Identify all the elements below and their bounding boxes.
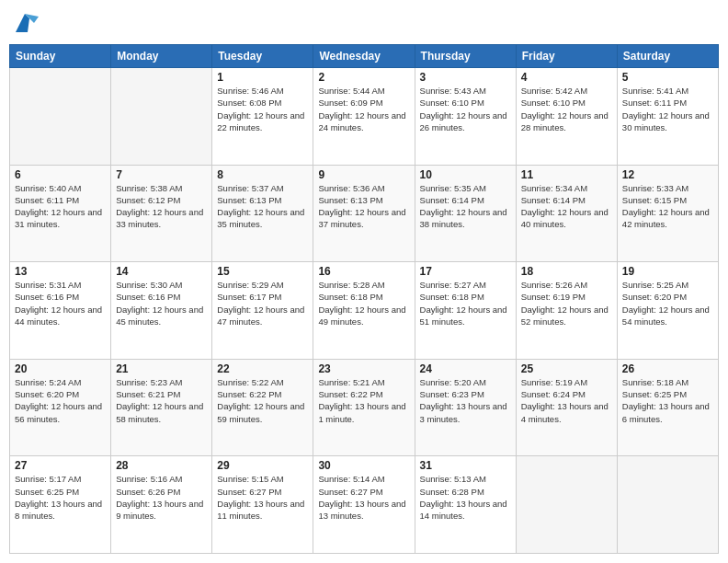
calendar-cell: 25Sunrise: 5:19 AM Sunset: 6:24 PM Dayli… [516,359,617,456]
calendar-cell: 14Sunrise: 5:30 AM Sunset: 6:16 PM Dayli… [111,262,212,360]
calendar-cell: 8Sunrise: 5:37 AM Sunset: 6:13 PM Daylig… [212,165,313,262]
day-info: Sunrise: 5:30 AM Sunset: 6:16 PM Dayligh… [116,279,207,327]
day-info: Sunrise: 5:19 AM Sunset: 6:24 PM Dayligh… [521,376,612,425]
calendar-cell: 4Sunrise: 5:42 AM Sunset: 6:10 PM Daylig… [516,68,617,166]
day-info: Sunrise: 5:37 AM Sunset: 6:13 PM Dayligh… [217,182,308,231]
calendar-header-row: SundayMondayTuesdayWednesdayThursdayFrid… [10,45,719,68]
calendar-cell [516,456,617,554]
calendar-cell: 26Sunrise: 5:18 AM Sunset: 6:25 PM Dayli… [617,359,718,456]
day-info: Sunrise: 5:23 AM Sunset: 6:21 PM Dayligh… [116,376,207,425]
calendar-row: 27Sunrise: 5:17 AM Sunset: 6:25 PM Dayli… [10,456,719,554]
weekday-header: Monday [111,45,212,68]
day-info: Sunrise: 5:13 AM Sunset: 6:28 PM Dayligh… [420,473,511,522]
calendar-row: 20Sunrise: 5:24 AM Sunset: 6:20 PM Dayli… [10,359,719,456]
day-info: Sunrise: 5:16 AM Sunset: 6:26 PM Dayligh… [116,473,207,522]
calendar-cell: 5Sunrise: 5:41 AM Sunset: 6:11 PM Daylig… [617,68,718,166]
day-info: Sunrise: 5:35 AM Sunset: 6:14 PM Dayligh… [420,182,511,231]
day-number: 8 [217,168,308,181]
logo-icon [11,9,39,37]
page: SundayMondayTuesdayWednesdayThursdayFrid… [0,0,728,563]
day-info: Sunrise: 5:24 AM Sunset: 6:20 PM Dayligh… [15,376,106,425]
calendar-cell: 10Sunrise: 5:35 AM Sunset: 6:14 PM Dayli… [415,165,516,262]
calendar-cell: 7Sunrise: 5:38 AM Sunset: 6:12 PM Daylig… [111,165,212,262]
calendar-cell: 17Sunrise: 5:27 AM Sunset: 6:18 PM Dayli… [415,262,516,360]
calendar-table: SundayMondayTuesdayWednesdayThursdayFrid… [9,44,719,554]
day-number: 27 [15,459,106,472]
calendar-cell: 12Sunrise: 5:33 AM Sunset: 6:15 PM Dayli… [617,165,718,262]
weekday-header: Tuesday [212,45,313,68]
day-number: 14 [116,265,207,278]
day-number: 7 [116,168,207,181]
calendar-cell: 6Sunrise: 5:40 AM Sunset: 6:11 PM Daylig… [10,165,111,262]
day-number: 11 [521,168,612,181]
day-number: 22 [217,362,308,375]
day-info: Sunrise: 5:33 AM Sunset: 6:15 PM Dayligh… [622,182,713,231]
day-number: 20 [15,362,106,375]
day-number: 10 [420,168,511,181]
day-number: 12 [622,168,713,181]
calendar-cell: 27Sunrise: 5:17 AM Sunset: 6:25 PM Dayli… [10,456,111,554]
day-number: 23 [318,362,409,375]
day-number: 6 [15,168,106,181]
weekday-header: Wednesday [313,45,415,68]
calendar-row: 6Sunrise: 5:40 AM Sunset: 6:11 PM Daylig… [10,165,719,262]
day-info: Sunrise: 5:17 AM Sunset: 6:25 PM Dayligh… [15,473,106,522]
calendar-cell: 23Sunrise: 5:21 AM Sunset: 6:22 PM Dayli… [313,359,415,456]
calendar-cell [111,68,212,166]
calendar-cell: 9Sunrise: 5:36 AM Sunset: 6:13 PM Daylig… [313,165,415,262]
day-info: Sunrise: 5:22 AM Sunset: 6:22 PM Dayligh… [217,376,308,425]
day-info: Sunrise: 5:26 AM Sunset: 6:19 PM Dayligh… [521,279,612,327]
calendar-cell: 11Sunrise: 5:34 AM Sunset: 6:14 PM Dayli… [516,165,617,262]
day-info: Sunrise: 5:27 AM Sunset: 6:18 PM Dayligh… [420,279,511,327]
day-info: Sunrise: 5:31 AM Sunset: 6:16 PM Dayligh… [15,279,106,327]
day-info: Sunrise: 5:15 AM Sunset: 6:27 PM Dayligh… [217,473,308,522]
day-info: Sunrise: 5:34 AM Sunset: 6:14 PM Dayligh… [521,182,612,231]
calendar-cell: 1Sunrise: 5:46 AM Sunset: 6:08 PM Daylig… [212,68,313,166]
weekday-header: Friday [516,45,617,68]
day-number: 15 [217,265,308,278]
day-number: 2 [318,71,409,84]
day-number: 29 [217,459,308,472]
day-info: Sunrise: 5:21 AM Sunset: 6:22 PM Dayligh… [318,376,409,425]
day-number: 9 [318,168,409,181]
day-number: 4 [521,71,612,84]
day-number: 25 [521,362,612,375]
day-number: 1 [217,71,308,84]
day-number: 19 [622,265,713,278]
calendar-cell: 3Sunrise: 5:43 AM Sunset: 6:10 PM Daylig… [415,68,516,166]
day-info: Sunrise: 5:41 AM Sunset: 6:11 PM Dayligh… [622,85,713,133]
calendar-cell: 31Sunrise: 5:13 AM Sunset: 6:28 PM Dayli… [415,456,516,554]
day-number: 30 [318,459,409,472]
header [9,9,719,37]
calendar-cell: 15Sunrise: 5:29 AM Sunset: 6:17 PM Dayli… [212,262,313,360]
day-info: Sunrise: 5:38 AM Sunset: 6:12 PM Dayligh… [116,182,207,231]
calendar-cell [617,456,718,554]
calendar-cell [10,68,111,166]
day-number: 3 [420,71,511,84]
calendar-row: 13Sunrise: 5:31 AM Sunset: 6:16 PM Dayli… [10,262,719,360]
day-number: 18 [521,265,612,278]
day-info: Sunrise: 5:43 AM Sunset: 6:10 PM Dayligh… [420,85,511,133]
weekday-header: Thursday [415,45,516,68]
day-info: Sunrise: 5:44 AM Sunset: 6:09 PM Dayligh… [318,85,409,133]
day-info: Sunrise: 5:29 AM Sunset: 6:17 PM Dayligh… [217,279,308,327]
calendar-cell: 16Sunrise: 5:28 AM Sunset: 6:18 PM Dayli… [313,262,415,360]
weekday-header: Sunday [10,45,111,68]
day-number: 5 [622,71,713,84]
weekday-header: Saturday [617,45,718,68]
calendar-cell: 20Sunrise: 5:24 AM Sunset: 6:20 PM Dayli… [10,359,111,456]
day-info: Sunrise: 5:28 AM Sunset: 6:18 PM Dayligh… [318,279,409,327]
calendar-cell: 21Sunrise: 5:23 AM Sunset: 6:21 PM Dayli… [111,359,212,456]
day-info: Sunrise: 5:36 AM Sunset: 6:13 PM Dayligh… [318,182,409,231]
calendar-row: 1Sunrise: 5:46 AM Sunset: 6:08 PM Daylig… [10,68,719,166]
day-number: 17 [420,265,511,278]
day-info: Sunrise: 5:42 AM Sunset: 6:10 PM Dayligh… [521,85,612,133]
calendar-cell: 22Sunrise: 5:22 AM Sunset: 6:22 PM Dayli… [212,359,313,456]
day-info: Sunrise: 5:14 AM Sunset: 6:27 PM Dayligh… [318,473,409,522]
day-number: 16 [318,265,409,278]
day-number: 28 [116,459,207,472]
day-info: Sunrise: 5:18 AM Sunset: 6:25 PM Dayligh… [622,376,713,425]
day-number: 24 [420,362,511,375]
day-number: 26 [622,362,713,375]
calendar-cell: 30Sunrise: 5:14 AM Sunset: 6:27 PM Dayli… [313,456,415,554]
